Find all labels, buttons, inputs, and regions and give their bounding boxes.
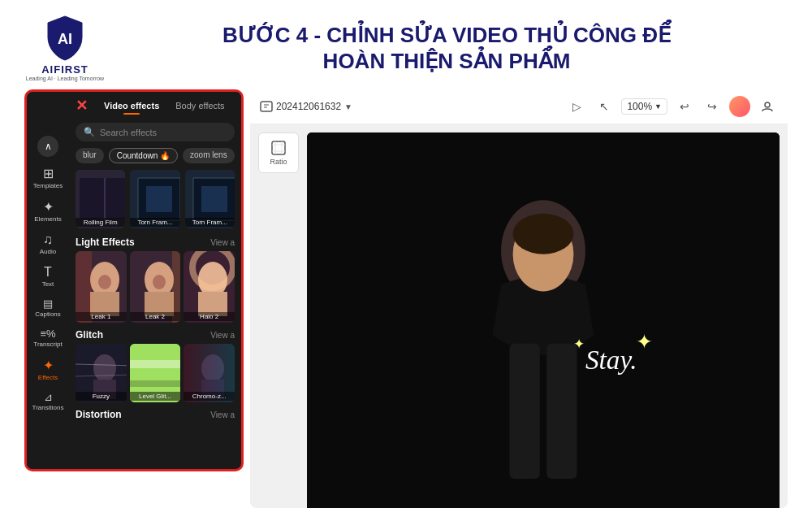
logo-area: AI AIFIRST Leading AI · Leading Tomorrow: [24, 15, 106, 81]
sidebar-item-templates[interactable]: ⊞ Templates: [27, 162, 69, 193]
svg-rect-27: [130, 360, 181, 368]
effect-halo2[interactable]: Halo 2: [184, 251, 235, 323]
light-effects-title: Light Effects: [76, 237, 135, 248]
sidebar-item-captions[interactable]: ▤ Captions: [27, 293, 69, 322]
sidebar-label-transitions: Transitions: [32, 404, 64, 411]
app-search[interactable]: 🔍 Search effects: [76, 123, 235, 141]
sidebar-label-transcript: Transcript: [33, 341, 62, 348]
sidebar-item-audio[interactable]: ♫ Audio: [27, 228, 69, 259]
svg-text:Stay.: Stay.: [585, 345, 637, 375]
app-panel: ∧ ⊞ Templates ✦ Elements ♫ Audio T Text …: [24, 89, 244, 471]
project-icon: [260, 100, 273, 113]
redo-btn[interactable]: ↪: [702, 96, 723, 117]
ratio-label: Ratio: [270, 158, 287, 166]
close-icon[interactable]: ✕: [76, 97, 88, 115]
sidebar-up-btn[interactable]: ∧: [37, 136, 58, 157]
tab-video-effects[interactable]: Video effects: [96, 98, 167, 113]
svg-rect-38: [509, 344, 539, 479]
chip-countdown[interactable]: Countdown 🔥: [109, 148, 178, 163]
audio-icon: ♫: [43, 232, 53, 247]
header: AI AIFIRST Leading AI · Leading Tomorrow…: [0, 0, 812, 89]
zoom-chevron-icon: ▼: [654, 102, 662, 111]
transitions-icon: ⊿: [44, 391, 53, 403]
search-icon: 🔍: [84, 127, 95, 137]
effect-leak2[interactable]: Leak 2: [130, 251, 181, 323]
app-topbar: ✕ Video effects Body effects: [69, 92, 241, 119]
content-area: ∧ ⊞ Templates ✦ Elements ♫ Audio T Text …: [0, 89, 812, 508]
distortion-header: Distortion View a: [69, 404, 241, 422]
logo-text: AIFIRST: [41, 63, 89, 76]
search-placeholder-text: Search effects: [100, 128, 157, 137]
ratio-icon: [270, 140, 287, 156]
play-toolbar-btn[interactable]: ▷: [566, 96, 587, 117]
text-icon: T: [44, 265, 52, 280]
filter-chips: blur Countdown 🔥 zoom lens: [69, 145, 241, 167]
project-dropdown-icon[interactable]: ▼: [344, 102, 352, 111]
effect-torn-frame-2-label: Torn Fram...: [185, 218, 235, 227]
effect-chromo[interactable]: Chromo-z...: [184, 344, 235, 402]
glitch-view-all[interactable]: View a: [210, 331, 235, 340]
logo-subtext: Leading AI · Leading Tomorrow: [26, 76, 104, 81]
effect-rolling-film[interactable]: Rolling Film: [76, 170, 125, 228]
chip-zoom[interactable]: zoom lens: [183, 148, 235, 163]
effect-fuzzy-label: Fuzzy: [76, 392, 127, 401]
editor-left-controls: Ratio: [258, 132, 299, 508]
zoom-control[interactable]: 100% ▼: [621, 98, 667, 115]
chip-blur[interactable]: blur: [76, 148, 104, 163]
effect-rolling-film-label: Rolling Film: [76, 218, 125, 227]
tab-body-effects[interactable]: Body effects: [167, 98, 232, 113]
main-title: BƯỚC 4 - CHỈNH SỬA VIDEO THỦ CÔNG ĐỂ HOÀ…: [106, 22, 788, 75]
svg-point-34: [765, 102, 770, 107]
svg-rect-2: [80, 178, 104, 219]
video-content: Stay. ✦ ✦: [307, 132, 780, 508]
effects-icon: ✦: [43, 358, 54, 373]
effect-chromo-label: Chromo-z...: [184, 392, 235, 401]
effect-leak2-label: Leak 2: [130, 312, 181, 321]
effect-torn-frame-1-label: Torn Fram...: [130, 218, 179, 227]
distortion-title: Distortion: [76, 409, 122, 420]
sidebar-label-captions: Captions: [35, 310, 61, 318]
svg-rect-33: [261, 102, 272, 111]
avatar: [729, 96, 750, 117]
light-effects-header: Light Effects View a: [69, 232, 241, 250]
toolbar-right: ▷ ↖ 100% ▼ ↩ ↪: [566, 96, 778, 117]
svg-rect-3: [106, 178, 125, 219]
sidebar-item-text[interactable]: T Text: [27, 261, 69, 292]
project-name: 202412061632: [276, 101, 341, 112]
basic-effects-grid: Rolling Film Torn Fram...: [69, 167, 241, 232]
sidebar-item-effects[interactable]: ✦ Effects: [27, 354, 69, 385]
distortion-view-all[interactable]: View a: [210, 410, 235, 419]
zoom-level: 100%: [627, 101, 652, 112]
light-effects-view-all[interactable]: View a: [210, 238, 235, 247]
effect-fuzzy[interactable]: Fuzzy: [76, 344, 127, 402]
effect-leak1[interactable]: Leak 1: [76, 251, 127, 323]
effect-level-glitch[interactable]: Level Glit...: [130, 344, 181, 402]
sidebar-label-templates: Templates: [33, 182, 63, 189]
sidebar-label-audio: Audio: [40, 248, 56, 255]
glitch-title: Glitch: [76, 329, 103, 341]
svg-point-22: [93, 354, 116, 382]
sidebar-item-transitions[interactable]: ⊿ Transitions: [27, 387, 69, 415]
app-tabs: Video effects Body effects: [96, 98, 233, 113]
chip-countdown-label: Countdown 🔥: [117, 151, 170, 160]
svg-text:✦: ✦: [636, 330, 653, 353]
svg-rect-39: [546, 344, 577, 479]
chip-blur-label: blur: [83, 150, 97, 159]
title-line2: HOÀN THIỆN SẢN PHẨM: [106, 48, 788, 75]
project-name-area: 202412061632 ▼: [260, 100, 352, 113]
templates-icon: ⊞: [43, 166, 54, 181]
sidebar-item-elements[interactable]: ✦ Elements: [27, 195, 69, 227]
fire-icon: 🔥: [160, 151, 170, 160]
title-line1: BƯỚC 4 - CHỈNH SỬA VIDEO THỦ CÔNG ĐỂ: [106, 22, 788, 49]
ratio-button[interactable]: Ratio: [258, 132, 299, 173]
user-btn[interactable]: [757, 96, 778, 117]
undo-btn[interactable]: ↩: [674, 96, 695, 117]
svg-text:AI: AI: [58, 31, 72, 47]
cursor-toolbar-btn[interactable]: ↖: [594, 96, 615, 117]
logo-icon: AI: [45, 15, 85, 62]
effect-torn-frame-1[interactable]: Torn Fram...: [130, 170, 179, 228]
svg-text:✦: ✦: [573, 336, 585, 352]
effect-torn-frame-2[interactable]: Torn Fram...: [185, 170, 235, 228]
sidebar-label-text: Text: [42, 280, 54, 288]
sidebar-item-transcript[interactable]: ≡% Transcript: [27, 323, 69, 352]
